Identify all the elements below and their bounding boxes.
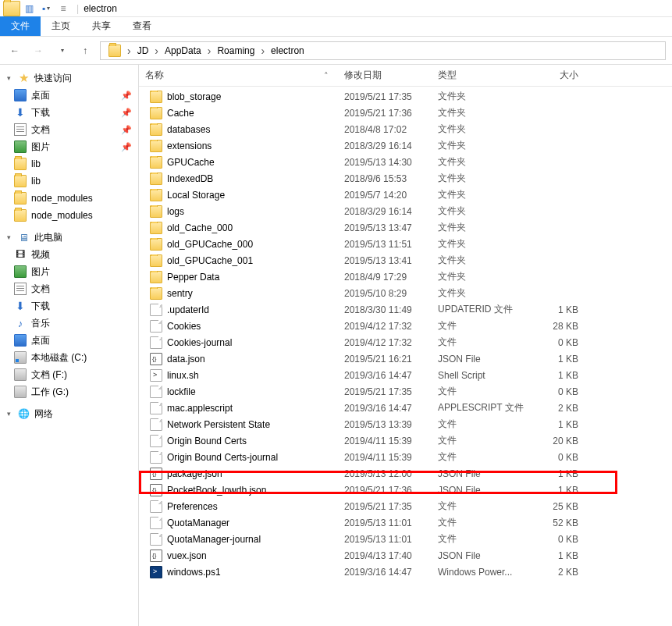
tree-item[interactable]: 本地磁盘 (C:)	[0, 349, 138, 366]
pic-icon	[14, 265, 27, 278]
file-date: 2018/3/30 11:49	[338, 304, 432, 315]
column-header-date[interactable]: 修改日期	[338, 69, 432, 82]
tree-item[interactable]: 文档 (F:)	[0, 366, 138, 383]
history-dropdown[interactable]	[53, 42, 70, 59]
breadcrumb-label: electron	[271, 45, 304, 56]
breadcrumb-seg[interactable]: electron	[266, 45, 309, 56]
tab-view[interactable]: 查看	[122, 16, 162, 36]
new-folder-button[interactable]: ≡	[55, 1, 72, 16]
disk-icon	[14, 368, 27, 381]
folder-icon	[150, 205, 162, 218]
file-type: JSON File	[432, 468, 525, 479]
file-name: windows.ps1	[167, 567, 221, 578]
file-row[interactable]: windows.ps1 2019/3/16 14:47 Windows Powe…	[139, 564, 672, 580]
file-list-body[interactable]: blob_storage 2019/5/21 17:35 文件夹 Cache 2…	[139, 87, 672, 580]
file-row[interactable]: linux.sh 2019/3/16 14:47 Shell Script 1 …	[139, 367, 672, 383]
file-row[interactable]: Origin Bound Certs-journal 2019/4/11 15:…	[139, 449, 672, 465]
file-icon	[150, 336, 162, 349]
file-type: UPDATERID 文件	[432, 303, 525, 316]
chevron-right-icon[interactable]	[261, 44, 265, 57]
file-type: 文件夹	[432, 123, 525, 136]
file-type: 文件夹	[432, 286, 525, 300]
folder-row[interactable]: Pepper Data 2018/4/9 17:29 文件夹	[139, 269, 672, 285]
file-row[interactable]: vuex.json 2019/4/13 17:40 JSON File 1 KB	[139, 547, 672, 564]
file-name: Network Persistent State	[167, 419, 270, 430]
file-type: 文件夹	[432, 139, 525, 152]
network-group: 网络	[0, 405, 138, 427]
folder-row[interactable]: Local Storage 2019/5/7 14:20 文件夹	[139, 187, 672, 203]
tab-share[interactable]: 共享	[81, 16, 122, 36]
quick-access-header[interactable]: ★ 快速访问	[0, 69, 138, 87]
tree-item[interactable]: 桌面 📌	[0, 87, 138, 104]
chevron-right-icon[interactable]	[208, 44, 212, 57]
file-row[interactable]: data.json 2019/5/21 16:21 JSON File 1 KB	[139, 350, 672, 367]
folder-row[interactable]: blob_storage 2019/5/21 17:35 文件夹	[139, 88, 672, 105]
breadcrumb-seg[interactable]: JD	[133, 45, 154, 56]
file-row[interactable]: .updaterId 2018/3/30 11:49 UPDATERID 文件 …	[139, 301, 672, 318]
tree-item[interactable]: lib	[0, 173, 138, 190]
folder-row[interactable]: logs 2018/3/29 16:14 文件夹	[139, 203, 672, 219]
file-row[interactable]: Preferences 2019/5/21 17:35 文件 25 KB	[139, 498, 672, 514]
folder-row[interactable]: old_Cache_000 2019/5/13 13:47 文件夹	[139, 219, 672, 236]
file-row[interactable]: lockfile 2019/5/21 17:35 文件 0 KB	[139, 383, 672, 400]
tree-item[interactable]: 下载 📌	[0, 104, 138, 121]
tree-item[interactable]: lib	[0, 155, 138, 173]
navigation-pane[interactable]: ★ 快速访问 桌面 📌 下载 📌 文档 📌 图片 📌 lib lib node_…	[0, 65, 139, 626]
file-row[interactable]: package.json 2019/5/13 12:00 JSON File 1…	[139, 465, 672, 482]
file-row[interactable]: PocketBook_lowdb.json 2019/5/21 17:36 JS…	[139, 482, 672, 498]
breadcrumb-bar[interactable]: JD AppData Roaming electron	[100, 41, 666, 60]
file-row[interactable]: Cookies 2019/4/12 17:32 文件 28 KB	[139, 318, 672, 334]
folder-icon	[150, 222, 162, 234]
folder-row[interactable]: sentry 2019/5/10 8:29 文件夹	[139, 285, 672, 301]
file-row[interactable]: mac.applescript 2019/3/16 14:47 APPLESCR…	[139, 400, 672, 416]
back-button[interactable]: ←	[6, 42, 23, 59]
tree-item[interactable]: 文档 📌	[0, 121, 138, 138]
tree-item[interactable]: node_modules	[0, 190, 138, 207]
tab-home[interactable]: 主页	[41, 16, 81, 36]
column-header-type[interactable]: 类型	[432, 69, 525, 82]
folder-row[interactable]: extensions 2018/3/29 16:14 文件夹	[139, 137, 672, 154]
tree-item[interactable]: node_modules	[0, 207, 138, 224]
file-row[interactable]: Network Persistent State 2019/5/13 13:39…	[139, 416, 672, 432]
folder-row[interactable]: old_GPUCache_001 2019/5/13 13:41 文件夹	[139, 252, 672, 269]
chevron-right-icon[interactable]	[155, 44, 158, 57]
folder-row[interactable]: old_GPUCache_000 2019/5/13 11:51 文件夹	[139, 236, 672, 252]
column-header-size[interactable]: 大小	[525, 69, 588, 82]
file-name: GPUCache	[167, 157, 215, 168]
folder-row[interactable]: databases 2018/4/8 17:02 文件夹	[139, 121, 672, 137]
disk-icon	[14, 386, 27, 398]
tree-item[interactable]: 图片	[0, 263, 138, 280]
up-button[interactable]: ↑	[76, 42, 94, 59]
breadcrumb-root[interactable]	[104, 44, 126, 57]
file-name: Local Storage	[167, 190, 225, 201]
qat-dropdown[interactable]: ▪	[37, 1, 55, 16]
tree-item[interactable]: 视频	[0, 246, 138, 263]
this-pc-header[interactable]: 此电脑	[0, 229, 138, 246]
folder-row[interactable]: IndexedDB 2018/9/6 15:53 文件夹	[139, 170, 672, 187]
tree-item[interactable]: 下载	[0, 297, 138, 315]
file-row[interactable]: Cookies-journal 2019/4/12 17:32 文件 0 KB	[139, 334, 672, 350]
file-row[interactable]: Origin Bound Certs 2019/4/11 15:39 文件 20…	[139, 432, 672, 449]
file-type: Shell Script	[432, 370, 525, 381]
tree-item[interactable]: 桌面	[0, 332, 138, 349]
props-button[interactable]: ▥	[20, 1, 37, 16]
tree-item-label: 本地磁盘 (C:)	[31, 351, 87, 365]
folder-row[interactable]: Cache 2019/5/21 17:36 文件夹	[139, 105, 672, 121]
tree-item[interactable]: 图片 📌	[0, 138, 138, 155]
tree-item[interactable]: 工作 (G:)	[0, 383, 138, 400]
file-row[interactable]: QuotaManager-journal 2019/5/13 11:01 文件 …	[139, 531, 672, 547]
breadcrumb-seg[interactable]: AppData	[160, 45, 206, 56]
file-menu[interactable]: 文件	[0, 16, 41, 36]
column-header-name[interactable]: 名称	[139, 69, 338, 82]
network-header[interactable]: 网络	[0, 405, 138, 422]
tree-item[interactable]: 音乐	[0, 315, 138, 332]
file-type: 文件夹	[432, 205, 525, 218]
file-row[interactable]: QuotaManager 2019/5/13 11:01 文件 52 KB	[139, 514, 672, 531]
folder-row[interactable]: GPUCache 2019/5/13 14:30 文件夹	[139, 154, 672, 170]
column-label: 修改日期	[344, 69, 382, 82]
chevron-right-icon[interactable]	[127, 44, 131, 57]
tree-item[interactable]: 文档	[0, 280, 138, 297]
breadcrumb-seg[interactable]: Roaming	[212, 45, 259, 56]
file-date: 2019/5/21 17:36	[338, 108, 432, 119]
forward-button[interactable]: →	[30, 42, 47, 59]
